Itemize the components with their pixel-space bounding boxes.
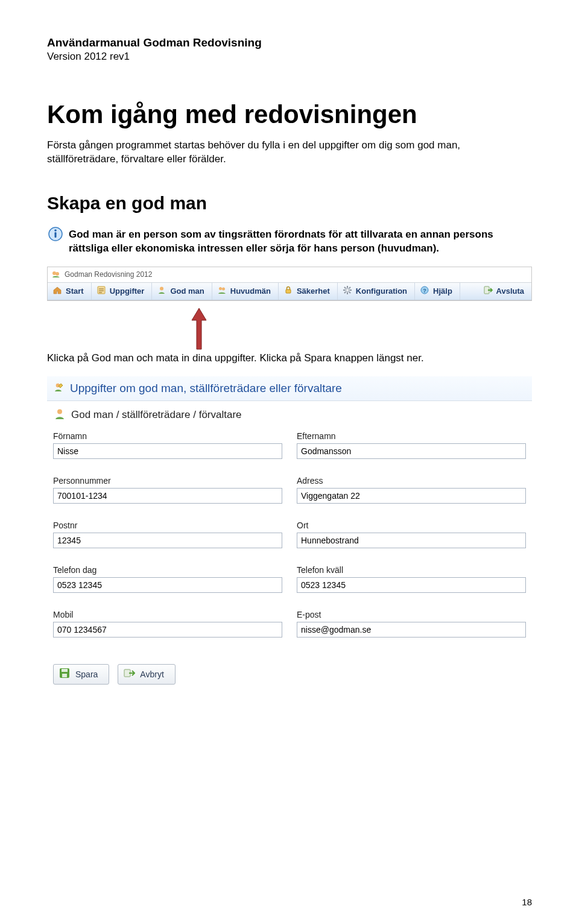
form-subheader: God man / ställföreträdare / förvaltare: [47, 401, 532, 431]
label-ort: Ort: [297, 521, 526, 530]
exit-icon: [483, 285, 493, 297]
input-personnummer[interactable]: [53, 488, 282, 504]
input-mobil[interactable]: [53, 622, 282, 638]
tasks-icon: [96, 285, 106, 297]
toolbar-label: Avsluta: [496, 286, 524, 296]
info-icon: [47, 226, 65, 245]
label-epost: E-post: [297, 610, 526, 619]
app-title-bar: Godman Redovisning 2012: [48, 267, 531, 282]
arrow-up-icon: [191, 307, 207, 352]
form-header: Uppgifter om god man, ställföreträdare e…: [47, 376, 532, 401]
input-telefon-kvall[interactable]: [297, 577, 526, 593]
svg-rect-19: [62, 674, 67, 677]
main-toolbar: Start Uppgifter God man Huvudmän Säkerhe…: [48, 282, 531, 300]
toolbar-label: Konfiguration: [356, 286, 407, 296]
doc-header-title: Användarmanual Godman Redovisning: [47, 36, 532, 49]
label-telefon-kvall: Telefon kväll: [297, 565, 526, 575]
cancel-button-label: Avbryt: [140, 669, 163, 679]
svg-rect-9: [286, 290, 291, 293]
toolbar-label: Uppgifter: [110, 286, 145, 296]
svg-point-2: [54, 229, 57, 232]
label-adress: Adress: [297, 476, 526, 486]
svg-point-7: [219, 287, 222, 290]
svg-rect-18: [62, 669, 68, 672]
label-mobil: Mobil: [53, 610, 282, 619]
godman-form-screenshot: Uppgifter om god man, ställföreträdare e…: [47, 376, 532, 687]
input-telefon-dag[interactable]: [53, 577, 282, 593]
save-button-label: Spara: [75, 669, 98, 679]
label-personnummer: Personnummer: [53, 476, 282, 486]
svg-rect-1: [55, 232, 57, 238]
person-icon: [53, 407, 66, 423]
toolbar-item-start[interactable]: Start: [48, 283, 92, 300]
home-icon: [52, 285, 62, 297]
page-title: Kom igång med redovisningen: [47, 100, 532, 129]
svg-point-16: [57, 409, 62, 414]
svg-point-4: [55, 272, 59, 276]
info-text: God man är en person som av tingsrätten …: [69, 228, 532, 256]
app-title-text: Godman Redovisning 2012: [65, 270, 152, 279]
svg-point-3: [52, 271, 56, 275]
page-number: 18: [522, 897, 532, 907]
input-epost[interactable]: [297, 622, 526, 638]
intro-text: Första gången programmet startas behöver…: [47, 139, 532, 166]
help-icon: ?: [420, 285, 429, 297]
input-efternamn[interactable]: [297, 443, 526, 459]
toolbar-item-konfiguration[interactable]: Konfiguration: [338, 283, 415, 300]
toolbar-item-uppgifter[interactable]: Uppgifter: [92, 283, 153, 300]
input-postnr[interactable]: [53, 533, 282, 548]
click-instruction: Klicka på God man och mata in dina uppgi…: [47, 352, 532, 365]
toolbar-label: Hjälp: [433, 286, 452, 296]
cancel-icon: [123, 667, 135, 682]
lock-icon: [283, 285, 293, 297]
save-icon: [59, 667, 71, 682]
toolbar-item-sakerhet[interactable]: Säkerhet: [279, 283, 338, 300]
toolbar-item-huvudman[interactable]: Huvudmän: [212, 283, 279, 300]
label-telefon-dag: Telefon dag: [53, 565, 282, 575]
toolbar-item-hjalp[interactable]: ? Hjälp: [415, 283, 460, 300]
cancel-button[interactable]: Avbryt: [118, 664, 175, 685]
form-header-text: Uppgifter om god man, ställföreträdare e…: [70, 382, 342, 395]
input-ort[interactable]: [297, 533, 526, 548]
save-button[interactable]: Spara: [53, 664, 109, 685]
info-callout: God man är en person som av tingsrätten …: [47, 226, 532, 256]
input-fornamn[interactable]: [53, 443, 282, 459]
label-fornamn: Förnamn: [53, 431, 282, 441]
people-icon: [217, 285, 227, 297]
label-efternamn: Efternamn: [297, 431, 526, 441]
toolbar-label: Start: [66, 286, 84, 296]
doc-header-version: Version 2012 rev1: [47, 51, 532, 63]
toolbar-label: God man: [170, 286, 204, 296]
svg-text:?: ?: [423, 287, 426, 293]
app-toolbar-screenshot: Godman Redovisning 2012 Start Uppgifter …: [47, 267, 532, 301]
toolbar-label: Säkerhet: [297, 286, 330, 296]
svg-point-6: [160, 286, 163, 290]
toolbar-item-avsluta[interactable]: Avsluta: [478, 283, 531, 300]
svg-point-11: [346, 289, 348, 291]
app-icon: [51, 269, 61, 280]
section-title: Skapa en god man: [47, 193, 532, 214]
form-subheader-text: God man / ställföreträdare / förvaltare: [71, 409, 242, 421]
svg-point-8: [222, 287, 225, 290]
person-edit-icon: [53, 381, 65, 396]
input-adress[interactable]: [297, 488, 526, 504]
toolbar-label: Huvudmän: [230, 286, 271, 296]
toolbar-item-godman[interactable]: God man: [152, 283, 212, 300]
label-postnr: Postnr: [53, 521, 282, 530]
person-icon: [157, 285, 166, 297]
gear-icon: [343, 285, 352, 297]
